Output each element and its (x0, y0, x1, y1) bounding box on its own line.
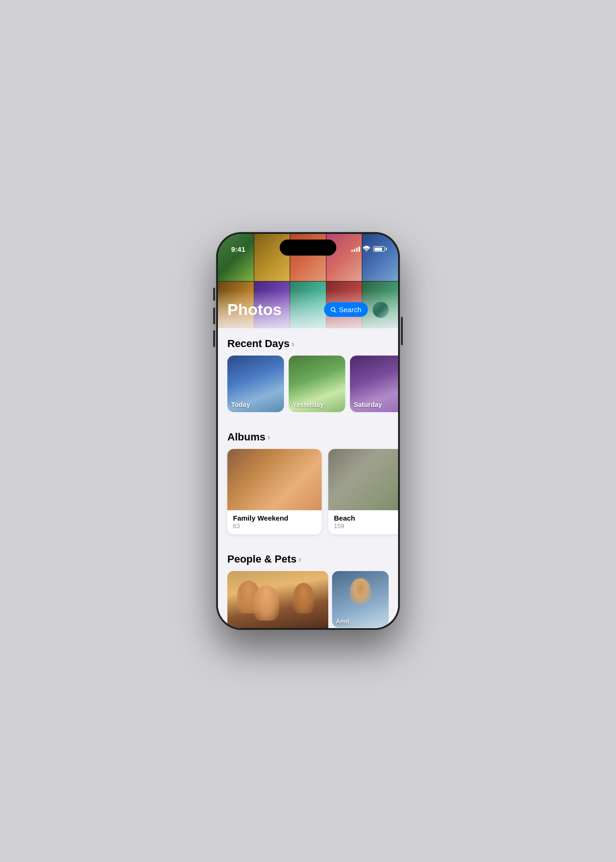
people-grid: 👥 Amit (218, 571, 398, 628)
people-pets-title: People & Pets (227, 553, 297, 565)
days-scroll[interactable]: Today Yesterday Saturday (218, 356, 398, 422)
day-card-saturday[interactable]: Saturday (350, 356, 398, 412)
volume-down-button[interactable] (213, 330, 215, 347)
volume-up-button[interactable] (213, 307, 215, 324)
album-count-beach: 159 (334, 522, 398, 530)
recent-days-title: Recent Days (227, 338, 290, 350)
album-thumbnail-family-weekend (227, 449, 322, 510)
day-card-yesterday[interactable]: Yesterday (289, 356, 345, 412)
signal-icon (351, 247, 360, 252)
person-name-amit: Amit (336, 618, 350, 625)
search-button[interactable]: Search (324, 302, 368, 317)
album-thumbnail-beach (328, 449, 398, 510)
people-side-cards: Amit Maya (332, 571, 389, 628)
album-card-family-weekend[interactable]: Family Weekend 63 (227, 449, 322, 534)
status-icons (351, 246, 385, 253)
search-icon (331, 307, 336, 313)
albums-scroll[interactable]: Family Weekend 63 Beach 159 (218, 449, 398, 544)
phone-frame: 9:41 (216, 232, 400, 630)
avatar[interactable] (373, 302, 389, 318)
day-label-yesterday: Yesterday (292, 401, 324, 408)
albums-title: Albums (227, 431, 266, 443)
silent-button[interactable] (213, 288, 215, 301)
scroll-content[interactable]: Recent Days › Today Yesterday Saturday (218, 328, 398, 628)
recent-days-header[interactable]: Recent Days › (218, 328, 398, 356)
dynamic-island (280, 240, 336, 256)
recent-days-chevron: › (291, 339, 294, 349)
albums-header[interactable]: Albums › (218, 422, 398, 449)
svg-line-1 (334, 311, 336, 312)
people-group-card[interactable]: 👥 (227, 571, 328, 628)
recent-days-section: Recent Days › Today Yesterday Saturday (218, 328, 398, 422)
page-title: Photos (227, 300, 282, 319)
wifi-icon (363, 246, 370, 253)
people-pets-header[interactable]: People & Pets › (218, 544, 398, 571)
people-pets-section: People & Pets › 👥 (218, 544, 398, 628)
power-button[interactable] (401, 317, 403, 345)
day-label-today: Today (231, 401, 250, 408)
day-card-today[interactable]: Today (227, 356, 284, 412)
albums-section: Albums › Family Weekend 63 Beach (218, 422, 398, 544)
day-label-saturday: Saturday (354, 401, 382, 408)
album-count-family-weekend: 63 (233, 522, 316, 530)
album-name-family-weekend: Family Weekend (233, 514, 316, 522)
album-card-beach[interactable]: Beach 159 (328, 449, 398, 534)
album-name-beach: Beach (334, 514, 398, 522)
status-time: 9:41 (231, 245, 245, 253)
person-card-amit[interactable]: Amit (332, 571, 389, 628)
search-label: Search (339, 306, 361, 314)
albums-chevron: › (267, 432, 270, 442)
phone-screen: 9:41 (218, 234, 398, 628)
people-pets-chevron: › (299, 555, 301, 564)
header-title-row: Photos Search (218, 300, 398, 319)
battery-icon (373, 246, 385, 252)
header-actions: Search (324, 302, 389, 318)
